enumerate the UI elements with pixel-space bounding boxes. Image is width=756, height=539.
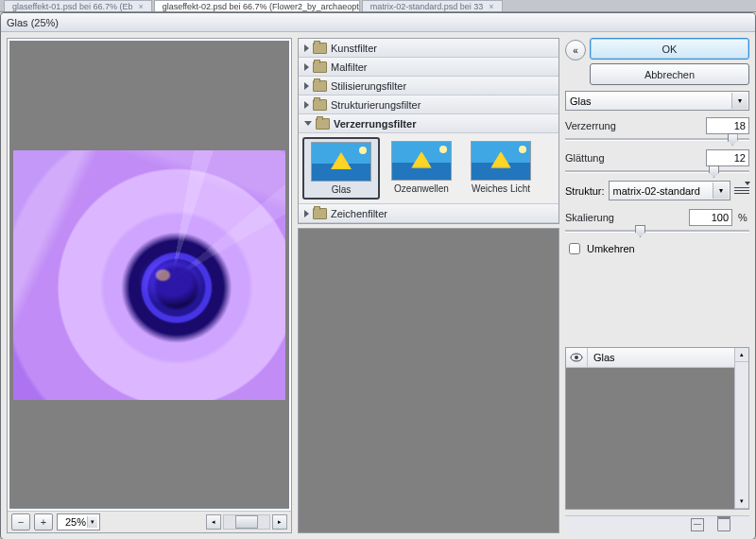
effect-layer-row[interactable]: Glas: [566, 348, 734, 368]
percent-label: %: [738, 212, 749, 223]
texture-value: matrix-02-standard: [613, 185, 700, 197]
smoothing-slider[interactable]: [565, 167, 749, 175]
triangle-right-icon: [304, 82, 309, 90]
eye-icon: [570, 353, 583, 362]
delete-layer-button[interactable]: [717, 518, 730, 531]
thumbnail-image: [391, 141, 452, 181]
filter-thumbnails: Glas Ozeanwellen Weiches Licht: [299, 133, 558, 204]
dialog-title: Glas (25%): [7, 17, 59, 28]
thumbnail-image: [471, 141, 531, 181]
zoom-out-button[interactable]: −: [11, 513, 30, 530]
scroll-up-icon[interactable]: ▴: [735, 348, 748, 362]
close-icon[interactable]: ×: [489, 2, 493, 11]
triangle-right-icon: [304, 101, 309, 109]
category-strukturierungsfilter[interactable]: Strukturierungsfilter: [299, 96, 558, 114]
category-verzerrungsfilter[interactable]: Verzerrungsfilter: [299, 114, 558, 133]
ok-button[interactable]: OK: [590, 38, 749, 60]
slider-handle[interactable]: [709, 165, 719, 178]
distortion-slider[interactable]: [565, 135, 749, 143]
filter-categories: Kunstfilter Malfilter Stilisierungsfilte…: [298, 38, 559, 533]
category-malfilter[interactable]: Malfilter: [299, 58, 558, 77]
scroll-track[interactable]: [223, 514, 270, 530]
center-fill: [298, 228, 559, 533]
invert-input[interactable]: [569, 243, 580, 254]
thumbnail-image: [311, 142, 371, 182]
scroll-down-icon[interactable]: ▾: [735, 495, 748, 509]
folder-icon: [313, 61, 327, 73]
scroll-right-icon[interactable]: ▸: [272, 514, 287, 530]
distortion-label: Verzerrung: [565, 120, 700, 131]
svg-point-1: [575, 356, 578, 359]
filter-select[interactable]: Glas ▾: [565, 91, 749, 111]
thumb-weiches-licht[interactable]: Weiches Licht: [463, 137, 539, 200]
cancel-button[interactable]: Abbrechen: [590, 63, 749, 85]
triangle-right-icon: [304, 44, 309, 52]
collapse-button[interactable]: «: [565, 40, 586, 61]
scaling-label: Skalierung: [565, 212, 683, 223]
folder-icon: [313, 208, 327, 219]
chevron-down-icon[interactable]: ▾: [87, 516, 97, 528]
slider-handle[interactable]: [635, 225, 645, 237]
invert-checkbox[interactable]: Umkehren: [565, 240, 749, 257]
scaling-slider[interactable]: [565, 227, 749, 235]
folder-icon: [316, 118, 330, 130]
preview-hscroll[interactable]: ◂ ▸: [104, 514, 287, 530]
filter-select-value: Glas: [570, 96, 592, 107]
chevron-down-icon[interactable]: ▾: [731, 93, 747, 109]
doc-tab[interactable]: glaseffekt-02.psd bei 66.7% (Flower2_by_…: [154, 0, 360, 11]
scaling-input[interactable]: 100: [689, 209, 732, 226]
doc-tab[interactable]: glaseffekt-01.psd bei 66.7% (Eb×: [4, 0, 152, 11]
preview-image: [13, 150, 285, 400]
folder-icon: [313, 99, 327, 111]
layers-vscroll[interactable]: ▴ ▾: [734, 348, 748, 509]
chevron-down-icon[interactable]: ▾: [713, 183, 729, 199]
document-tabs: glaseffekt-01.psd bei 66.7% (Eb× glaseff…: [0, 0, 756, 12]
texture-label: Struktur:: [565, 185, 605, 197]
close-icon[interactable]: ×: [138, 2, 143, 11]
smoothing-input[interactable]: 12: [706, 149, 749, 166]
filter-gallery-dialog: Glas (25%) − + 25% ▾ ◂ ▸: [0, 12, 756, 539]
layers-footer: [565, 515, 749, 533]
smoothing-label: Glättung: [565, 152, 700, 164]
dialog-titlebar: Glas (25%): [1, 13, 755, 32]
texture-select[interactable]: matrix-02-standard ▾: [609, 181, 730, 200]
new-layer-button[interactable]: [691, 518, 704, 531]
triangle-down-icon: [304, 121, 312, 126]
effect-layers: Glas ▴ ▾: [565, 347, 749, 510]
visibility-toggle[interactable]: [566, 348, 588, 367]
doc-tab[interactable]: matrix-02-standard.psd bei 33×: [362, 0, 503, 11]
texture-menu-button[interactable]: [734, 184, 749, 198]
layers-empty: [566, 368, 734, 509]
preview-toolbar: − + 25% ▾ ◂ ▸: [8, 511, 291, 532]
preview-pane: − + 25% ▾ ◂ ▸: [7, 38, 292, 533]
distortion-input[interactable]: 18: [706, 117, 749, 134]
thumb-ozeanwellen[interactable]: Ozeanwellen: [384, 137, 459, 200]
folder-icon: [313, 43, 327, 54]
scroll-left-icon[interactable]: ◂: [206, 514, 221, 530]
folder-icon: [313, 80, 327, 92]
category-kunstfilter[interactable]: Kunstfilter: [299, 39, 558, 58]
zoom-value: 25%: [65, 516, 86, 528]
scroll-thumb[interactable]: [235, 515, 258, 529]
settings-panel: « OK Abbrechen Glas ▾ Verzerrung 18 Glät…: [565, 38, 749, 533]
category-zeichenfilter[interactable]: Zeichenfilter: [299, 204, 558, 223]
slider-handle[interactable]: [728, 133, 738, 146]
zoom-in-button[interactable]: +: [34, 513, 53, 530]
category-stilisierungsfilter[interactable]: Stilisierungsfilter: [299, 77, 558, 96]
zoom-combo[interactable]: 25% ▾: [57, 513, 100, 530]
thumb-glas[interactable]: Glas: [302, 137, 380, 200]
triangle-right-icon: [304, 63, 309, 71]
preview-canvas[interactable]: [9, 41, 289, 509]
invert-label: Umkehren: [587, 243, 635, 254]
layer-name: Glas: [588, 352, 615, 363]
triangle-right-icon: [304, 210, 309, 217]
